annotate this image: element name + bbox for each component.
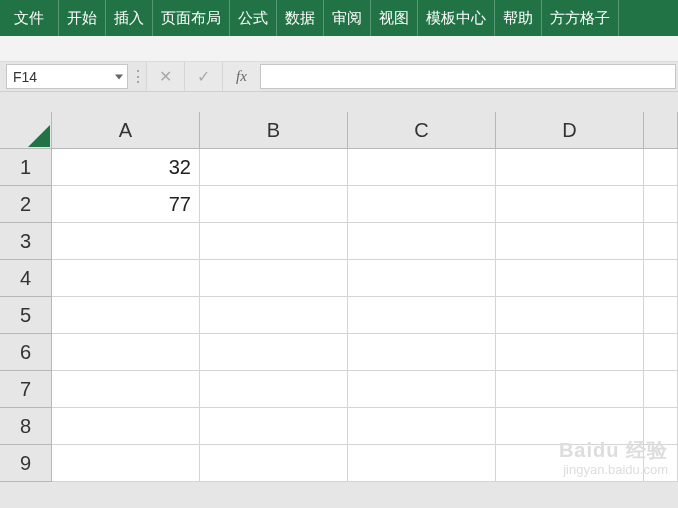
cell-d8[interactable]	[496, 408, 644, 445]
cell-d7[interactable]	[496, 371, 644, 408]
divider: ⋮	[130, 62, 146, 91]
row-header-2[interactable]: 2	[0, 186, 52, 223]
row-header-9[interactable]: 9	[0, 445, 52, 482]
spreadsheet-grid: A B C D 1 32 2 77 3 4 5 6 7 8 9	[0, 112, 678, 482]
cell-b5[interactable]	[200, 297, 348, 334]
cell-a5[interactable]	[52, 297, 200, 334]
row-header-7[interactable]: 7	[0, 371, 52, 408]
cell-a4[interactable]	[52, 260, 200, 297]
cell-b4[interactable]	[200, 260, 348, 297]
chevron-down-icon[interactable]	[115, 74, 123, 79]
tab-fangfang[interactable]: 方方格子	[542, 0, 619, 36]
col-header-e[interactable]	[644, 112, 678, 149]
cell-d5[interactable]	[496, 297, 644, 334]
cell-b9[interactable]	[200, 445, 348, 482]
cell-d3[interactable]	[496, 223, 644, 260]
cell-e4[interactable]	[644, 260, 678, 297]
cell-e2[interactable]	[644, 186, 678, 223]
cell-a8[interactable]	[52, 408, 200, 445]
cell-e6[interactable]	[644, 334, 678, 371]
cell-c9[interactable]	[348, 445, 496, 482]
tab-file[interactable]: 文件	[0, 0, 59, 36]
cell-d9[interactable]	[496, 445, 644, 482]
row-header-5[interactable]: 5	[0, 297, 52, 334]
cell-b3[interactable]	[200, 223, 348, 260]
cell-c2[interactable]	[348, 186, 496, 223]
cell-e7[interactable]	[644, 371, 678, 408]
cell-d1[interactable]	[496, 149, 644, 186]
name-box[interactable]: F14	[6, 64, 128, 89]
col-header-a[interactable]: A	[52, 112, 200, 149]
row-header-3[interactable]: 3	[0, 223, 52, 260]
tab-formulas[interactable]: 公式	[230, 0, 277, 36]
cell-c4[interactable]	[348, 260, 496, 297]
cell-e9[interactable]	[644, 445, 678, 482]
cell-c8[interactable]	[348, 408, 496, 445]
row-header-8[interactable]: 8	[0, 408, 52, 445]
col-header-c[interactable]: C	[348, 112, 496, 149]
cell-a9[interactable]	[52, 445, 200, 482]
cell-d6[interactable]	[496, 334, 644, 371]
cell-d4[interactable]	[496, 260, 644, 297]
ribbon-tabs: 文件 开始 插入 页面布局 公式 数据 审阅 视图 模板中心 帮助 方方格子	[0, 0, 678, 36]
cell-b2[interactable]	[200, 186, 348, 223]
tab-review[interactable]: 审阅	[324, 0, 371, 36]
tab-insert[interactable]: 插入	[106, 0, 153, 36]
cell-c6[interactable]	[348, 334, 496, 371]
cell-b8[interactable]	[200, 408, 348, 445]
cell-a7[interactable]	[52, 371, 200, 408]
confirm-button[interactable]: ✓	[184, 62, 222, 91]
tab-templates[interactable]: 模板中心	[418, 0, 495, 36]
tab-home[interactable]: 开始	[59, 0, 106, 36]
select-all-corner[interactable]	[0, 112, 52, 149]
cell-b1[interactable]	[200, 149, 348, 186]
col-header-b[interactable]: B	[200, 112, 348, 149]
row-header-6[interactable]: 6	[0, 334, 52, 371]
cell-e8[interactable]	[644, 408, 678, 445]
cell-c7[interactable]	[348, 371, 496, 408]
gap	[0, 92, 678, 112]
row-header-1[interactable]: 1	[0, 149, 52, 186]
tab-help[interactable]: 帮助	[495, 0, 542, 36]
toolbar-area	[0, 36, 678, 62]
row-header-4[interactable]: 4	[0, 260, 52, 297]
col-header-d[interactable]: D	[496, 112, 644, 149]
svg-marker-0	[28, 125, 50, 147]
tab-data[interactable]: 数据	[277, 0, 324, 36]
cell-e1[interactable]	[644, 149, 678, 186]
cell-c3[interactable]	[348, 223, 496, 260]
cell-a1[interactable]: 32	[52, 149, 200, 186]
formula-bar: F14 ⋮ ✕ ✓ fx	[0, 62, 678, 92]
cell-c5[interactable]	[348, 297, 496, 334]
cell-d2[interactable]	[496, 186, 644, 223]
tab-view[interactable]: 视图	[371, 0, 418, 36]
cell-e5[interactable]	[644, 297, 678, 334]
cell-e3[interactable]	[644, 223, 678, 260]
cell-b6[interactable]	[200, 334, 348, 371]
name-box-value: F14	[13, 69, 37, 85]
cell-b7[interactable]	[200, 371, 348, 408]
cancel-button[interactable]: ✕	[146, 62, 184, 91]
fx-button[interactable]: fx	[222, 62, 260, 91]
cell-c1[interactable]	[348, 149, 496, 186]
cell-a2[interactable]: 77	[52, 186, 200, 223]
cell-a3[interactable]	[52, 223, 200, 260]
formula-input[interactable]	[260, 64, 676, 89]
cell-a6[interactable]	[52, 334, 200, 371]
tab-page-layout[interactable]: 页面布局	[153, 0, 230, 36]
